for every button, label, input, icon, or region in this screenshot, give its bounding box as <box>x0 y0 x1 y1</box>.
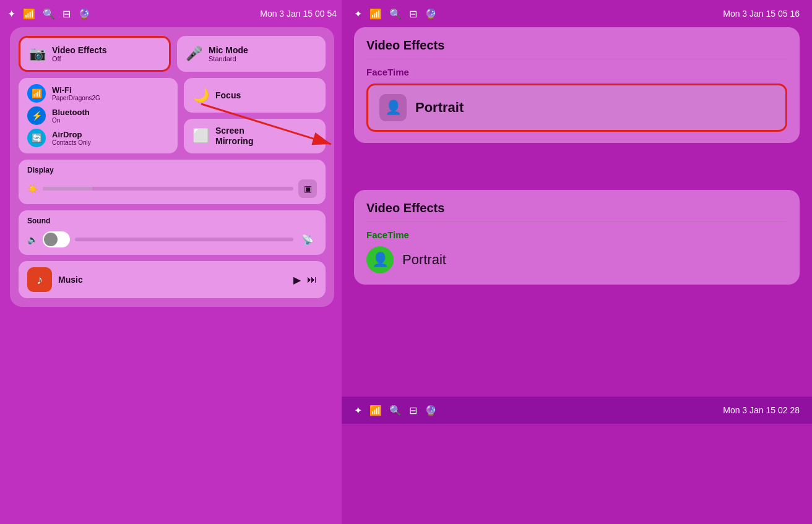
control-center: 📷 Video Effects Off 🎤 Mic Mode Standard … <box>10 27 334 307</box>
mic-mode-sub: Standard <box>209 55 248 62</box>
volume-track[interactable] <box>75 238 293 241</box>
portrait-label-bottom: Portrait <box>402 252 446 268</box>
moon-icon: 🌙 <box>192 87 209 103</box>
facetime-label-top: FaceTime <box>366 67 787 77</box>
camera-icon: 📷 <box>29 46 46 62</box>
top-row: 📷 Video Effects Off 🎤 Mic Mode Standard <box>19 36 326 72</box>
volume-row: 🔈 📡 <box>27 230 317 249</box>
facetime-label-bottom: FaceTime <box>366 230 787 240</box>
music-title: Music <box>58 275 287 285</box>
brightness-fill <box>43 187 93 191</box>
ve-title-bottom: Video Effects <box>366 201 787 215</box>
sound-tile: Sound 🔈 📡 <box>19 210 326 255</box>
right-panel: ✦ 📶 🔍 ⊟ 🔮 Mon 3 Jan 15 05 16 Video Effec… <box>342 0 812 524</box>
ve-panel-bottom: Video Effects FaceTime 👤 Portrait <box>354 190 800 285</box>
mid-search-icon: 🔍 <box>389 405 402 416</box>
volume-toggle[interactable] <box>43 231 70 247</box>
mic-icon: 🎤 <box>186 46 202 62</box>
portrait-icon-top: 👤 <box>379 94 407 121</box>
right-menubar-time-top: Mon 3 Jan 15 05 16 <box>723 9 800 19</box>
portrait-label-top: Portrait <box>415 100 464 116</box>
music-app-icon: ♪ <box>27 267 52 292</box>
siri-icon[interactable]: 🔮 <box>78 8 90 20</box>
mid-control-center-icon[interactable]: ⊟ <box>409 405 417 416</box>
display-tile: Display ☀️ ▣ <box>19 160 326 204</box>
right-wifi-icon: 📶 <box>369 8 382 20</box>
music-tile[interactable]: ♪ Music ▶ ⏭ <box>19 261 326 298</box>
search-icon: 🔍 <box>43 8 55 20</box>
airplay-icon[interactable]: 📡 <box>298 230 317 249</box>
airdrop-title: AirDrop <box>52 130 91 139</box>
network-row: 📶 Wi-Fi PaperDragons2G ⚡ Bluetooth On 🔄 <box>19 78 326 153</box>
right-menubar-top: ✦ 📶 🔍 ⊟ 🔮 Mon 3 Jan 15 05 16 <box>342 0 812 27</box>
right-siri-icon[interactable]: 🔮 <box>425 8 437 20</box>
toggle-knob <box>44 233 58 246</box>
ve-divider-top <box>366 59 787 59</box>
display-btn[interactable]: ▣ <box>298 179 317 198</box>
wifi-circle-icon: 📶 <box>27 84 46 103</box>
right-bluetooth-icon: ✦ <box>354 8 362 20</box>
video-effects-title: Video Effects <box>52 45 106 55</box>
portrait-tile-bottom[interactable]: 👤 Portrait <box>366 246 787 273</box>
volume-icon: 🔈 <box>27 234 38 244</box>
side-column: 🌙 Focus ⬜ Screen Mirroring <box>184 78 326 153</box>
bluetooth-item: ⚡ Bluetooth On <box>27 106 169 125</box>
bluetooth-title: Bluetooth <box>52 108 90 117</box>
brightness-track[interactable] <box>43 187 293 191</box>
bluetooth-icon: ✦ <box>7 8 15 20</box>
video-effects-sub: Off <box>52 55 106 62</box>
bluetooth-circle-icon: ⚡ <box>27 106 46 125</box>
brightness-row: ☀️ ▣ <box>27 179 317 198</box>
music-controls: ▶ ⏭ <box>293 274 317 286</box>
ve-title-top: Video Effects <box>366 38 787 53</box>
sound-title: Sound <box>27 217 317 225</box>
wifi-title: Wi-Fi <box>52 85 100 95</box>
airdrop-sub: Contacts Only <box>52 139 91 146</box>
wifi-sub: PaperDragons2G <box>52 95 100 101</box>
portrait-icon-green: 👤 <box>366 246 394 273</box>
left-menubar: ✦ 📶 🔍 ⊟ 🔮 Mon 3 Jan 15 00 54 <box>0 0 344 27</box>
screen-mirroring-line1: Screen <box>215 126 253 136</box>
mid-wifi-icon: 📶 <box>369 405 382 416</box>
fast-forward-button[interactable]: ⏭ <box>307 274 317 285</box>
screen-mirroring-tile[interactable]: ⬜ Screen Mirroring <box>184 119 326 153</box>
brightness-icon: ☀️ <box>27 184 38 194</box>
screen-mirroring-line2: Mirroring <box>215 136 253 147</box>
mirroring-icon: ⬜ <box>192 128 209 144</box>
middle-menubar: ✦ 📶 🔍 ⊟ 🔮 Mon 3 Jan 15 02 28 <box>342 397 812 424</box>
wifi-icon: 📶 <box>23 8 35 20</box>
middle-bar-time: Mon 3 Jan 15 02 28 <box>723 405 800 415</box>
left-menubar-time: Mon 3 Jan 15 00 54 <box>260 9 337 19</box>
display-title: Display <box>27 166 317 174</box>
control-center-icon[interactable]: ⊟ <box>63 8 71 20</box>
right-control-center-icon[interactable]: ⊟ <box>409 8 417 20</box>
mic-mode-tile[interactable]: 🎤 Mic Mode Standard <box>177 36 326 72</box>
screen-mirroring-label: Screen Mirroring <box>215 126 253 147</box>
ve-divider-bottom <box>366 221 787 222</box>
video-effects-tile[interactable]: 📷 Video Effects Off <box>19 36 171 72</box>
airdrop-item: 🔄 AirDrop Contacts Only <box>27 129 169 147</box>
network-tile[interactable]: 📶 Wi-Fi PaperDragons2G ⚡ Bluetooth On 🔄 <box>19 78 178 153</box>
left-panel: ✦ 📶 🔍 ⊟ 🔮 Mon 3 Jan 15 00 54 📷 Video Eff… <box>0 0 344 524</box>
focus-label: Focus <box>215 90 241 100</box>
airdrop-circle-icon: 🔄 <box>27 129 46 147</box>
right-search-icon: 🔍 <box>389 8 402 20</box>
wifi-item: 📶 Wi-Fi PaperDragons2G <box>27 84 169 103</box>
mic-mode-title: Mic Mode <box>209 45 248 55</box>
bluetooth-sub: On <box>52 117 90 124</box>
ve-panel-top: Video Effects FaceTime 👤 Portrait <box>354 27 800 143</box>
mid-bluetooth-icon: ✦ <box>354 405 362 416</box>
mid-siri-icon[interactable]: 🔮 <box>425 405 437 416</box>
play-button[interactable]: ▶ <box>293 274 301 286</box>
focus-tile[interactable]: 🌙 Focus <box>184 78 326 113</box>
portrait-tile-top[interactable]: 👤 Portrait <box>366 84 787 132</box>
